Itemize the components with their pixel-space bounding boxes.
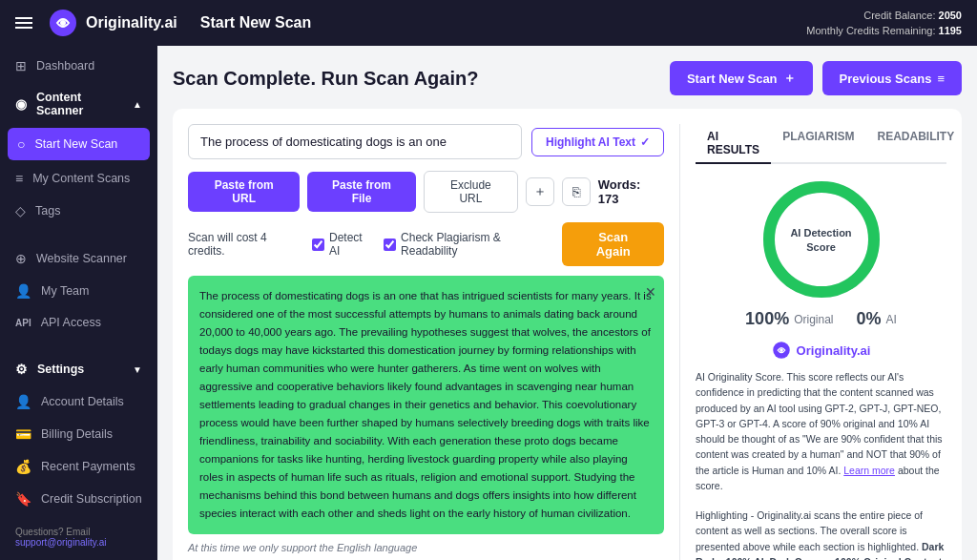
- sidebar-item-account-details[interactable]: 👤 Account Details: [0, 385, 157, 418]
- start-new-scan-button[interactable]: Start New Scan ＋: [670, 61, 813, 95]
- sidebar-item-website-scanner[interactable]: ⊕ Website Scanner: [0, 242, 157, 275]
- previous-scans-button[interactable]: Previous Scans ≡: [822, 61, 962, 95]
- detect-ai-label: Detect AI: [329, 231, 372, 258]
- settings-icon: ⚙: [15, 362, 28, 377]
- dark-green-label: Dark Green = 100% Original Content.: [770, 556, 946, 560]
- sidebar-item-tags[interactable]: ◇ Tags: [0, 195, 157, 227]
- logo-area: Originality.ai: [48, 8, 177, 38]
- action-row: Paste from URL Paste from File Exclude U…: [188, 171, 664, 213]
- result-tabs: AI RESULTS PLAGIARISM READABILITY: [696, 124, 946, 164]
- topbar-left: Originality.ai Start New Scan: [15, 8, 311, 38]
- sidebar-item-label: Account Details: [41, 395, 124, 408]
- score-description: AI Originality Score. This score reflect…: [696, 369, 946, 493]
- paste-from-url-button[interactable]: Paste from URL: [188, 172, 300, 212]
- detect-ai-checkbox-label[interactable]: Detect AI: [312, 231, 372, 258]
- svg-point-1: [60, 20, 66, 26]
- check-plagiarism-label: Check Plagiarism & Readability: [401, 231, 551, 258]
- api-access-icon: API: [15, 318, 31, 328]
- my-team-icon: 👤: [15, 283, 31, 299]
- chevron-up-icon: ▲: [133, 99, 142, 110]
- check-plagiarism-checkbox-label[interactable]: Check Plagiarism & Readability: [384, 231, 551, 258]
- ai-label: AI: [886, 313, 897, 326]
- content-scans-icon: ≡: [15, 171, 23, 186]
- plus-icon: ＋: [783, 70, 796, 87]
- sidebar-section-tools: ⊕ Website Scanner 👤 My Team API API Acce…: [0, 239, 157, 342]
- exclude-url-button[interactable]: Exclude URL: [424, 171, 518, 213]
- sidebar-item-dashboard[interactable]: ⊞ Dashboard: [0, 50, 157, 82]
- credit-info: Credit Balance: 2050 Monthly Credits Rem…: [806, 8, 962, 39]
- language-note: At this time we only support the English…: [188, 542, 664, 553]
- words-count: Words: 173: [598, 177, 664, 206]
- svg-point-5: [780, 348, 783, 352]
- page-title-top: Start New Scan: [200, 14, 311, 31]
- billing-icon: 💳: [15, 426, 31, 442]
- tab-ai-results[interactable]: AI RESULTS: [696, 124, 771, 164]
- learn-more-link[interactable]: Learn more: [843, 465, 895, 476]
- sidebar-item-billing-details[interactable]: 💳 Billing Details: [0, 418, 157, 450]
- sidebar-item-label: API Access: [41, 316, 101, 329]
- add-button[interactable]: ＋: [526, 177, 554, 206]
- score-container: AI Detection Score 100% Original 0% AI: [696, 177, 946, 329]
- highlight-ai-text-button[interactable]: Highlight AI Text ✓: [531, 128, 664, 156]
- score-circle-label: AI Detection Score: [790, 225, 852, 255]
- copy-button[interactable]: ⎘: [562, 177, 591, 206]
- payments-icon: 💰: [15, 459, 31, 474]
- sidebar-item-label: Content Scanner: [36, 91, 123, 117]
- close-button[interactable]: ✕: [645, 281, 656, 303]
- scan-again-button[interactable]: Scan Again: [562, 222, 664, 266]
- sidebar-item-content-scanner[interactable]: ◉ Content Scanner ▲: [0, 82, 157, 126]
- check-plagiarism-checkbox[interactable]: [384, 239, 396, 251]
- sidebar-item-api-access[interactable]: API API Access: [0, 307, 157, 338]
- account-icon: 👤: [15, 394, 31, 409]
- original-label: Original: [794, 313, 833, 326]
- sidebar-section-main: ⊞ Dashboard ◉ Content Scanner ▲ ○ Start …: [0, 46, 157, 231]
- sidebar-item-settings[interactable]: ⚙ Settings ▼: [0, 353, 157, 385]
- scan-title: Scan Complete. Run Scan Again?: [173, 68, 478, 90]
- credit-balance: Credit Balance: 2050: [863, 8, 962, 24]
- support-email-link[interactable]: support@originality.ai: [15, 537, 107, 548]
- monthly-credits: Monthly Credits Remaining: 1195: [806, 23, 962, 39]
- score-circle-wrapper: AI Detection Score: [759, 177, 883, 301]
- right-panel: AI RESULTS PLAGIARISM READABILITY AI Det…: [679, 124, 946, 560]
- chevron-down-icon: ▼: [133, 364, 142, 375]
- website-scanner-icon: ⊕: [15, 251, 27, 266]
- sidebar-item-label: Dashboard: [36, 59, 94, 73]
- sidebar-item-my-content-scans[interactable]: ≡ My Content Scans: [0, 162, 157, 195]
- sidebar-item-label: Billing Details: [41, 427, 113, 441]
- sidebar-item-credit-subscription[interactable]: 🔖 Credit Subscription: [0, 483, 157, 515]
- logo-icon: [48, 8, 78, 38]
- detect-ai-checkbox[interactable]: [312, 239, 324, 251]
- sidebar-item-label: Start New Scan: [34, 137, 117, 151]
- sidebar-item-label: Recent Payments: [41, 460, 135, 473]
- sidebar-item-start-new-scan[interactable]: ○ Start New Scan: [8, 128, 150, 160]
- start-scan-icon: ○: [17, 136, 25, 152]
- content-area: Scan Complete. Run Scan Again? Start New…: [157, 46, 977, 560]
- highlighted-text-content: The process of domesticating dogs is an …: [199, 290, 652, 519]
- list-icon: ≡: [937, 72, 945, 86]
- scan-header: Scan Complete. Run Scan Again? Start New…: [173, 61, 962, 95]
- left-panel: Highlight AI Text ✓ Paste from URL Paste…: [188, 124, 664, 560]
- sidebar-item-my-team[interactable]: 👤 My Team: [0, 275, 157, 307]
- sidebar-item-label: My Content Scans: [32, 172, 130, 185]
- tab-readability[interactable]: READABILITY: [865, 124, 966, 164]
- sidebar-item-label: Credit Subscription: [41, 492, 142, 506]
- score-circle-text: AI Detection Score: [790, 227, 851, 253]
- sidebar-item-label: Tags: [35, 204, 60, 218]
- original-pct: 100%: [745, 309, 789, 329]
- menu-icon[interactable]: [15, 17, 32, 29]
- main-layout: ⊞ Dashboard ◉ Content Scanner ▲ ○ Start …: [0, 46, 977, 560]
- originality-logo-icon: [772, 341, 791, 360]
- tab-plagiarism[interactable]: PLAGIARISM: [771, 124, 865, 164]
- topbar: Originality.ai Start New Scan Credit Bal…: [0, 0, 977, 46]
- sidebar-item-label: My Team: [41, 284, 89, 298]
- sidebar: ⊞ Dashboard ◉ Content Scanner ▲ ○ Start …: [0, 46, 157, 560]
- main-card: Highlight AI Text ✓ Paste from URL Paste…: [173, 109, 962, 560]
- tags-icon: ◇: [15, 203, 26, 218]
- content-scanner-icon: ◉: [15, 96, 27, 112]
- highlight-label: Highlight AI Text: [546, 135, 635, 149]
- sidebar-item-recent-payments[interactable]: 💰 Recent Payments: [0, 450, 157, 483]
- dashboard-icon: ⊞: [15, 58, 27, 73]
- text-input[interactable]: [188, 124, 522, 159]
- check-icon: ✓: [640, 135, 650, 149]
- paste-from-file-button[interactable]: Paste from File: [307, 172, 415, 212]
